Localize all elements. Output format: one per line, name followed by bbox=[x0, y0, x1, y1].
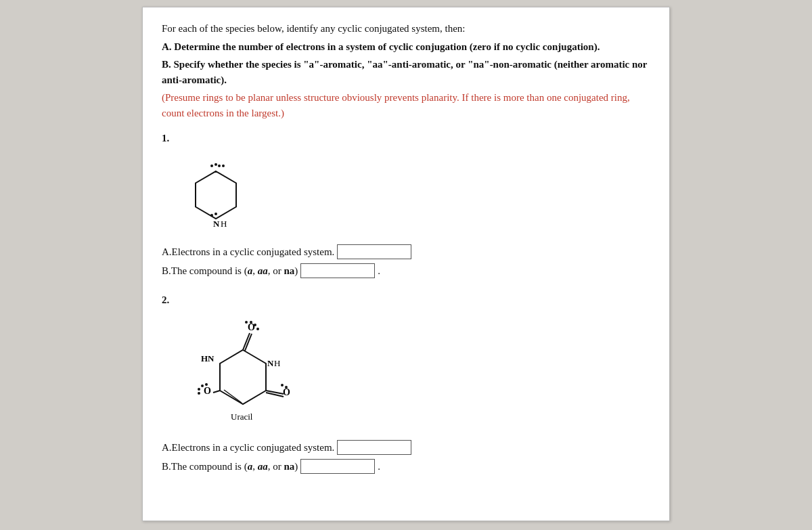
svg-point-19 bbox=[201, 384, 204, 387]
molecule-1: N H bbox=[182, 151, 650, 235]
svg-point-22 bbox=[198, 392, 200, 395]
label-A: A. Determine the number of electrons in … bbox=[162, 41, 600, 52]
h3-label: H bbox=[274, 358, 280, 368]
atom-N-label: N bbox=[213, 219, 220, 229]
svg-marker-7 bbox=[220, 350, 266, 404]
answer-2A-line: A.Electrons in a cyclic conjugated syste… bbox=[162, 440, 650, 455]
answer-1A-label: A.Electrons in a cyclic conjugated syste… bbox=[162, 246, 334, 258]
molecule-2: HN O N H O bbox=[182, 313, 650, 430]
svg-point-2 bbox=[215, 213, 217, 215]
svg-point-5 bbox=[218, 164, 221, 167]
answer-1A-input[interactable] bbox=[337, 244, 411, 259]
oxygen-left-label: O bbox=[204, 386, 211, 396]
answer-2B-input[interactable] bbox=[300, 459, 375, 474]
svg-marker-0 bbox=[196, 171, 236, 219]
uracil-label: Uracil bbox=[231, 412, 253, 422]
svg-point-1 bbox=[210, 214, 213, 217]
svg-point-17 bbox=[285, 386, 288, 389]
answer-1A-line: A.Electrons in a cyclic conjugated syste… bbox=[162, 244, 650, 259]
instructions-block: For each of the species below, identify … bbox=[162, 21, 650, 120]
answer-2A-label: A.Electrons in a cyclic conjugated syste… bbox=[162, 442, 334, 454]
instructions-lineC: (Presume rings to be planar unless struc… bbox=[162, 90, 650, 120]
svg-point-10 bbox=[245, 321, 248, 324]
svg-point-6 bbox=[222, 164, 225, 167]
svg-point-3 bbox=[210, 164, 213, 167]
question-2-block: 2. HN O bbox=[162, 294, 650, 474]
answer-2B-line: B.The compound is (a, aa, or na) . bbox=[162, 459, 650, 474]
label-B: B. Specify whether the species is "a"-ar… bbox=[162, 59, 647, 85]
answer-1B-suffix: . bbox=[378, 265, 380, 277]
instructions-header: For each of the species below, identify … bbox=[162, 21, 650, 37]
svg-line-23 bbox=[213, 391, 220, 393]
question-1-label: 1. bbox=[162, 133, 650, 144]
hn-label: HN bbox=[201, 353, 215, 363]
svg-point-21 bbox=[198, 388, 200, 391]
answer-1B-label: B.The compound is (a, aa, or na) bbox=[162, 265, 298, 277]
svg-point-13 bbox=[256, 328, 259, 330]
page: For each of the species below, identify … bbox=[142, 7, 670, 521]
answer-2B-suffix: . bbox=[378, 461, 380, 472]
answer-1B-input[interactable] bbox=[300, 263, 375, 278]
oxygen-top-label: O bbox=[248, 322, 255, 332]
svg-line-18 bbox=[224, 390, 242, 403]
molecule-2-svg: HN O N H O bbox=[182, 313, 290, 428]
answer-1B-line: B.The compound is (a, aa, or na) . bbox=[162, 263, 650, 278]
n3-label: N bbox=[267, 358, 274, 368]
question-1-block: 1. N H bbox=[162, 133, 650, 278]
svg-point-4 bbox=[215, 163, 217, 166]
molecule-1-svg: N H bbox=[182, 151, 250, 232]
instructions-lineA: A. Determine the number of electrons in … bbox=[162, 39, 650, 55]
oxygen-right-label: O bbox=[283, 387, 290, 397]
atom-H-label: H bbox=[221, 219, 227, 229]
question-2-label: 2. bbox=[162, 294, 650, 306]
answer-2B-label: B.The compound is (a, aa, or na) bbox=[162, 461, 298, 472]
svg-point-16 bbox=[281, 384, 284, 387]
svg-point-11 bbox=[250, 321, 252, 324]
svg-point-12 bbox=[254, 324, 256, 326]
answer-2A-input[interactable] bbox=[337, 440, 411, 455]
instructions-lineB: B. Specify whether the species is "a"-ar… bbox=[162, 57, 650, 87]
svg-point-20 bbox=[205, 383, 208, 386]
